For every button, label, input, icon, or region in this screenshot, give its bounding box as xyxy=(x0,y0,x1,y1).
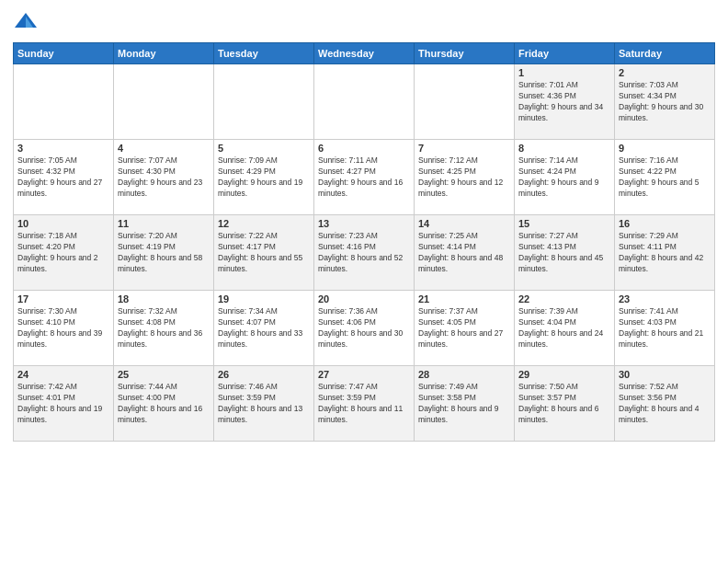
day-info: Sunrise: 7:47 AM Sunset: 3:59 PM Dayligh… xyxy=(318,382,410,426)
calendar-header-thursday: Thursday xyxy=(415,43,515,64)
day-info: Sunrise: 7:22 AM Sunset: 4:17 PM Dayligh… xyxy=(218,231,310,275)
calendar-header-wednesday: Wednesday xyxy=(314,43,415,64)
calendar-cell: 11Sunrise: 7:20 AM Sunset: 4:19 PM Dayli… xyxy=(114,215,214,291)
day-info: Sunrise: 7:37 AM Sunset: 4:05 PM Dayligh… xyxy=(418,306,510,350)
day-info: Sunrise: 7:16 AM Sunset: 4:22 PM Dayligh… xyxy=(619,155,711,200)
calendar-week-row: 24Sunrise: 7:42 AM Sunset: 4:01 PM Dayli… xyxy=(14,366,715,442)
day-number: 21 xyxy=(418,293,510,304)
page-header xyxy=(13,9,715,35)
day-number: 1 xyxy=(518,67,610,78)
day-number: 17 xyxy=(17,293,109,304)
day-info: Sunrise: 7:27 AM Sunset: 4:13 PM Dayligh… xyxy=(518,231,610,275)
calendar-cell: 28Sunrise: 7:49 AM Sunset: 3:58 PM Dayli… xyxy=(415,366,515,442)
day-number: 2 xyxy=(619,67,711,78)
calendar-cell: 15Sunrise: 7:27 AM Sunset: 4:13 PM Dayli… xyxy=(515,215,615,291)
calendar-cell: 27Sunrise: 7:47 AM Sunset: 3:59 PM Dayli… xyxy=(314,366,415,442)
calendar-header-row: SundayMondayTuesdayWednesdayThursdayFrid… xyxy=(14,43,715,64)
day-number: 27 xyxy=(318,369,410,380)
day-number: 11 xyxy=(118,218,210,229)
calendar-cell: 12Sunrise: 7:22 AM Sunset: 4:17 PM Dayli… xyxy=(214,215,314,291)
calendar-week-row: 17Sunrise: 7:30 AM Sunset: 4:10 PM Dayli… xyxy=(14,291,715,366)
calendar-cell xyxy=(14,64,114,140)
day-number: 15 xyxy=(518,218,610,229)
day-number: 5 xyxy=(218,143,310,154)
calendar-header-saturday: Saturday xyxy=(615,43,715,64)
day-number: 14 xyxy=(418,218,510,229)
calendar-cell xyxy=(214,64,314,140)
day-info: Sunrise: 7:34 AM Sunset: 4:07 PM Dayligh… xyxy=(218,306,310,350)
calendar-cell: 9Sunrise: 7:16 AM Sunset: 4:22 PM Daylig… xyxy=(615,140,715,215)
calendar-cell: 18Sunrise: 7:32 AM Sunset: 4:08 PM Dayli… xyxy=(114,291,214,366)
day-info: Sunrise: 7:03 AM Sunset: 4:34 PM Dayligh… xyxy=(619,80,711,124)
day-info: Sunrise: 7:11 AM Sunset: 4:27 PM Dayligh… xyxy=(318,155,410,200)
day-info: Sunrise: 7:09 AM Sunset: 4:29 PM Dayligh… xyxy=(218,155,310,200)
calendar-cell: 24Sunrise: 7:42 AM Sunset: 4:01 PM Dayli… xyxy=(14,366,114,442)
calendar-header-monday: Monday xyxy=(114,43,214,64)
calendar-cell: 13Sunrise: 7:23 AM Sunset: 4:16 PM Dayli… xyxy=(314,215,415,291)
calendar-header-sunday: Sunday xyxy=(14,43,114,64)
calendar-cell: 1Sunrise: 7:01 AM Sunset: 4:36 PM Daylig… xyxy=(515,64,615,140)
day-info: Sunrise: 7:32 AM Sunset: 4:08 PM Dayligh… xyxy=(118,306,210,350)
day-number: 29 xyxy=(518,369,610,380)
calendar-cell: 26Sunrise: 7:46 AM Sunset: 3:59 PM Dayli… xyxy=(214,366,314,442)
day-number: 20 xyxy=(318,293,410,304)
calendar-week-row: 10Sunrise: 7:18 AM Sunset: 4:20 PM Dayli… xyxy=(14,215,715,291)
day-number: 22 xyxy=(518,293,610,304)
calendar-cell: 29Sunrise: 7:50 AM Sunset: 3:57 PM Dayli… xyxy=(515,366,615,442)
day-info: Sunrise: 7:20 AM Sunset: 4:19 PM Dayligh… xyxy=(118,231,210,275)
day-number: 7 xyxy=(418,143,510,154)
calendar-cell: 19Sunrise: 7:34 AM Sunset: 4:07 PM Dayli… xyxy=(214,291,314,366)
day-info: Sunrise: 7:42 AM Sunset: 4:01 PM Dayligh… xyxy=(17,382,109,426)
calendar-cell: 21Sunrise: 7:37 AM Sunset: 4:05 PM Dayli… xyxy=(415,291,515,366)
calendar-cell: 10Sunrise: 7:18 AM Sunset: 4:20 PM Dayli… xyxy=(14,215,114,291)
day-info: Sunrise: 7:23 AM Sunset: 4:16 PM Dayligh… xyxy=(318,231,410,275)
day-info: Sunrise: 7:50 AM Sunset: 3:57 PM Dayligh… xyxy=(518,382,610,426)
page-container: SundayMondayTuesdayWednesdayThursdayFrid… xyxy=(0,0,728,449)
calendar-cell: 25Sunrise: 7:44 AM Sunset: 4:00 PM Dayli… xyxy=(114,366,214,442)
calendar-cell: 16Sunrise: 7:29 AM Sunset: 4:11 PM Dayli… xyxy=(615,215,715,291)
day-number: 24 xyxy=(17,369,109,380)
calendar-table: SundayMondayTuesdayWednesdayThursdayFrid… xyxy=(13,42,715,442)
day-info: Sunrise: 7:01 AM Sunset: 4:36 PM Dayligh… xyxy=(518,80,610,124)
day-info: Sunrise: 7:25 AM Sunset: 4:14 PM Dayligh… xyxy=(418,231,510,275)
day-info: Sunrise: 7:30 AM Sunset: 4:10 PM Dayligh… xyxy=(17,306,109,350)
calendar-cell: 14Sunrise: 7:25 AM Sunset: 4:14 PM Dayli… xyxy=(415,215,515,291)
day-number: 25 xyxy=(118,369,210,380)
calendar-cell: 2Sunrise: 7:03 AM Sunset: 4:34 PM Daylig… xyxy=(615,64,715,140)
day-info: Sunrise: 7:07 AM Sunset: 4:30 PM Dayligh… xyxy=(118,155,210,200)
calendar-header-friday: Friday xyxy=(515,43,615,64)
calendar-cell: 3Sunrise: 7:05 AM Sunset: 4:32 PM Daylig… xyxy=(14,140,114,215)
calendar-cell xyxy=(415,64,515,140)
day-info: Sunrise: 7:49 AM Sunset: 3:58 PM Dayligh… xyxy=(418,382,510,426)
day-info: Sunrise: 7:36 AM Sunset: 4:06 PM Dayligh… xyxy=(318,306,410,350)
day-info: Sunrise: 7:14 AM Sunset: 4:24 PM Dayligh… xyxy=(518,155,610,200)
day-number: 30 xyxy=(619,369,711,380)
calendar-cell xyxy=(114,64,214,140)
day-info: Sunrise: 7:18 AM Sunset: 4:20 PM Dayligh… xyxy=(17,231,109,275)
calendar-week-row: 1Sunrise: 7:01 AM Sunset: 4:36 PM Daylig… xyxy=(14,64,715,140)
calendar-cell: 5Sunrise: 7:09 AM Sunset: 4:29 PM Daylig… xyxy=(214,140,314,215)
day-number: 28 xyxy=(418,369,510,380)
day-info: Sunrise: 7:44 AM Sunset: 4:00 PM Dayligh… xyxy=(118,382,210,426)
day-info: Sunrise: 7:12 AM Sunset: 4:25 PM Dayligh… xyxy=(418,155,510,200)
day-info: Sunrise: 7:46 AM Sunset: 3:59 PM Dayligh… xyxy=(218,382,310,426)
calendar-cell: 30Sunrise: 7:52 AM Sunset: 3:56 PM Dayli… xyxy=(615,366,715,442)
day-number: 12 xyxy=(218,218,310,229)
day-info: Sunrise: 7:41 AM Sunset: 4:03 PM Dayligh… xyxy=(619,306,711,350)
day-info: Sunrise: 7:52 AM Sunset: 3:56 PM Dayligh… xyxy=(619,382,711,426)
day-number: 6 xyxy=(318,143,410,154)
day-number: 18 xyxy=(118,293,210,304)
calendar-cell: 7Sunrise: 7:12 AM Sunset: 4:25 PM Daylig… xyxy=(415,140,515,215)
day-number: 8 xyxy=(518,143,610,154)
day-info: Sunrise: 7:29 AM Sunset: 4:11 PM Dayligh… xyxy=(619,231,711,275)
calendar-header-tuesday: Tuesday xyxy=(214,43,314,64)
calendar-cell xyxy=(314,64,415,140)
day-number: 13 xyxy=(318,218,410,229)
day-number: 4 xyxy=(118,143,210,154)
calendar-cell: 8Sunrise: 7:14 AM Sunset: 4:24 PM Daylig… xyxy=(515,140,615,215)
calendar-cell: 4Sunrise: 7:07 AM Sunset: 4:30 PM Daylig… xyxy=(114,140,214,215)
calendar-cell: 22Sunrise: 7:39 AM Sunset: 4:04 PM Dayli… xyxy=(515,291,615,366)
calendar-cell: 20Sunrise: 7:36 AM Sunset: 4:06 PM Dayli… xyxy=(314,291,415,366)
day-number: 16 xyxy=(619,218,711,229)
calendar-week-row: 3Sunrise: 7:05 AM Sunset: 4:32 PM Daylig… xyxy=(14,140,715,215)
